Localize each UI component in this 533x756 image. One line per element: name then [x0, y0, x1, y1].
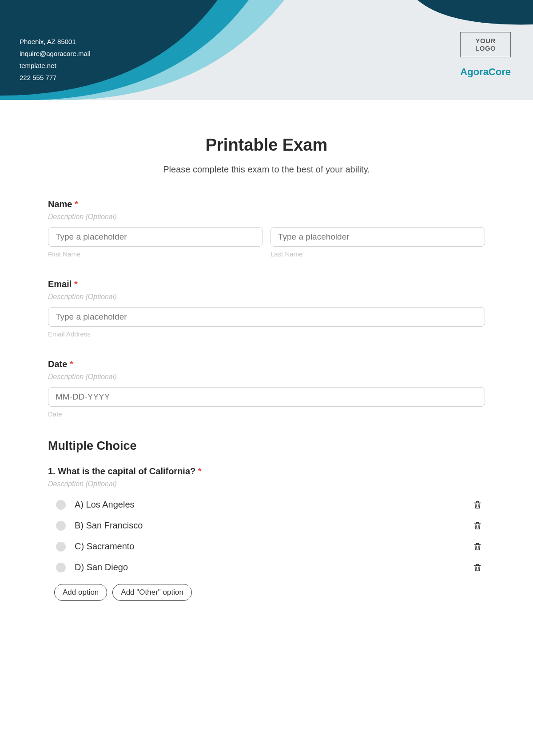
date-label: Date *: [48, 359, 485, 369]
form-subtitle: Please complete this exam to the best of…: [48, 164, 485, 175]
question-1-description[interactable]: Description (Optional): [48, 480, 485, 488]
option-text: D) San Diego: [75, 562, 473, 572]
form-title: Printable Exam: [48, 136, 485, 155]
radio-icon[interactable]: [56, 521, 66, 531]
trash-icon[interactable]: [473, 521, 482, 531]
date-sublabel: Date: [48, 410, 485, 418]
option-row[interactable]: A) Los Angeles: [48, 494, 485, 515]
radio-icon[interactable]: [56, 500, 66, 510]
last-name-input[interactable]: [270, 227, 485, 247]
option-text: A) Los Angeles: [75, 500, 473, 510]
multiple-choice-heading: Multiple Choice: [48, 439, 485, 453]
name-description[interactable]: Description (Optional): [48, 213, 485, 221]
website-line: template.net: [20, 60, 90, 72]
email-line: inquire@agoracore.mail: [20, 48, 90, 60]
name-field: Name * Description (Optional) First Name…: [48, 199, 485, 258]
name-label: Name *: [48, 199, 485, 209]
question-1-text: 1. What is the capital of California? *: [48, 466, 485, 476]
option-text: B) San Francisco: [75, 520, 473, 531]
radio-icon[interactable]: [56, 563, 66, 572]
trash-icon[interactable]: [473, 542, 482, 552]
last-name-sublabel: Last Name: [270, 250, 485, 258]
date-field: Date * Description (Optional) Date: [48, 359, 485, 418]
date-description[interactable]: Description (Optional): [48, 373, 485, 381]
email-input[interactable]: [48, 307, 485, 327]
first-name-sublabel: First Name: [48, 250, 263, 258]
option-row[interactable]: C) Sacramento: [48, 536, 485, 557]
option-row[interactable]: D) San Diego: [48, 557, 485, 578]
question-1: 1. What is the capital of California? * …: [48, 466, 485, 601]
trash-icon[interactable]: [473, 563, 482, 572]
trash-icon[interactable]: [473, 500, 482, 510]
option-text: C) Sacramento: [75, 541, 473, 552]
email-field: Email * Description (Optional) Email Add…: [48, 279, 485, 338]
email-sublabel: Email Address: [48, 330, 485, 338]
brand-name: AgoraCore: [460, 66, 511, 78]
question-1-options: A) Los Angeles B) San Francisco C) Sacra…: [48, 494, 485, 578]
phone-line: 222 555 777: [20, 72, 90, 84]
logo-placeholder: YOUR LOGO: [460, 32, 511, 57]
email-label: Email *: [48, 279, 485, 289]
header-banner: Phoenix, AZ 85001 inquire@agoracore.mail…: [0, 0, 533, 100]
add-other-option-button[interactable]: Add "Other" option: [112, 584, 192, 601]
date-input[interactable]: [48, 387, 485, 407]
form-content: Printable Exam Please complete this exam…: [0, 100, 533, 640]
add-option-button[interactable]: Add option: [54, 584, 107, 601]
radio-icon[interactable]: [56, 542, 66, 552]
logo-area: YOUR LOGO AgoraCore: [460, 32, 511, 78]
first-name-input[interactable]: [48, 227, 263, 247]
address-line: Phoenix, AZ 85001: [20, 36, 90, 48]
email-description[interactable]: Description (Optional): [48, 293, 485, 301]
contact-info: Phoenix, AZ 85001 inquire@agoracore.mail…: [20, 36, 90, 84]
option-row[interactable]: B) San Francisco: [48, 515, 485, 536]
